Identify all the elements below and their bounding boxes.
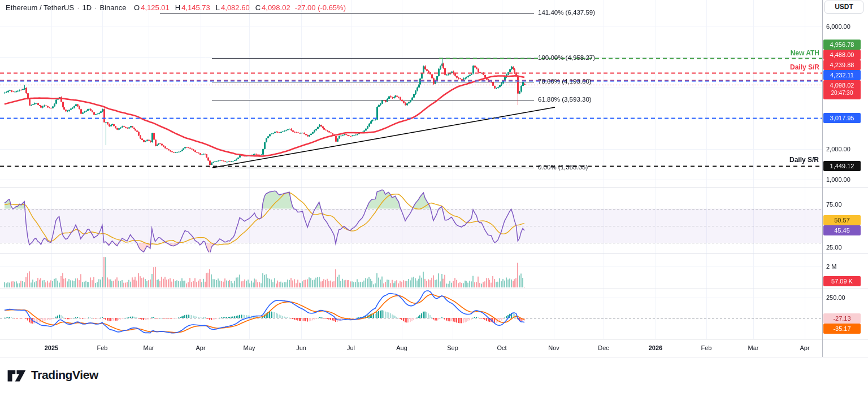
fib-level-label: 100.00% (4,958.27) — [538, 54, 595, 61]
countdown-timer: 20:47:30 — [823, 89, 861, 97]
price-level-badge: 4,488.00 — [823, 50, 861, 60]
time-axis-label: 2026 — [639, 344, 672, 351]
time-axis-label: Apr — [788, 344, 822, 351]
time-axis-scale[interactable]: 2025FebMarAprMayJunJulAugSepOctNovDec202… — [0, 339, 822, 357]
price-axis-tick: 1,000.00 — [826, 176, 850, 183]
ohlc-close-value: 4,098.02 — [262, 3, 290, 12]
time-axis-label: Jun — [284, 344, 318, 351]
price-axis-tick: 6,000.00 — [826, 23, 850, 30]
ohlc-high-label: H — [175, 3, 180, 12]
volume-value-badge: 57.09 K — [823, 276, 861, 286]
rsi-axis-tick: 75.00 — [826, 201, 842, 208]
macd-value-badge: -27.13 — [823, 313, 861, 324]
time-axis-label: Jul — [334, 344, 368, 351]
fib-level-label: 141.40% (6,437.59) — [538, 9, 595, 16]
price-axis-scale[interactable]: 6,000.002,000.001,000.0075.0025.002 M250… — [822, 0, 868, 357]
ohlc-close-label: C — [255, 3, 261, 12]
symbol-title[interactable]: Ethereum / TetherUS — [6, 3, 74, 12]
ohlc-high-value: 4,145.73 — [181, 3, 210, 12]
price-level-badge: 4,232.11 — [823, 70, 861, 80]
tradingview-logo-icon — [7, 368, 26, 382]
chart-window: Ethereum / TetherUS·1D·Binance O4,125.01… — [0, 0, 868, 393]
exchange-name[interactable]: Binance — [99, 3, 126, 12]
time-axis-label: Feb — [85, 344, 119, 351]
rsi-value-badge: 45.45 — [823, 225, 861, 235]
price-level-badge: 4,956.78 — [823, 40, 861, 50]
header-separator: · — [77, 3, 79, 12]
price-level-badge: 3,017.95 — [823, 113, 861, 123]
time-axis-label: Mar — [736, 344, 770, 351]
price-level-badge: 4,239.88 — [823, 60, 861, 70]
ohlc-open-label: O — [134, 3, 140, 12]
timeframe-selector[interactable]: 1D — [83, 3, 92, 12]
price-level-badge: 4,098.0220:47:30 — [823, 80, 861, 99]
fib-level-label: 78.60% (4,193.60) — [538, 78, 592, 85]
new-ath-label: New ATH — [791, 49, 819, 57]
fib-level-label: 61.80% (3,593.30) — [538, 96, 592, 103]
time-axis-label: Apr — [184, 344, 218, 351]
ohlc-open-value: 4,125.01 — [141, 3, 170, 12]
tradingview-logo-text: TradingView — [31, 368, 98, 382]
time-axis-label: Oct — [485, 344, 519, 351]
ohlc-low-value: 4,082.60 — [221, 3, 250, 12]
time-axis-label: May — [232, 344, 266, 351]
time-axis-label: Mar — [132, 344, 166, 351]
daily-sr-upper-label: Daily S/R — [790, 63, 819, 71]
ohlc-low-label: L — [216, 3, 220, 12]
time-axis-label: Sep — [436, 344, 470, 351]
currency-toggle-button[interactable]: USDT — [824, 1, 863, 14]
time-axis-label: Nov — [537, 344, 571, 351]
tradingview-logo[interactable]: TradingView — [7, 368, 98, 382]
daily-sr-lower-label: Daily S/R — [789, 156, 819, 164]
price-axis-tick: 2,000.00 — [826, 146, 850, 152]
macd-axis-tick: 250.00 — [826, 294, 845, 301]
fib-level-label: 0.00% (1,385.05) — [538, 164, 588, 171]
time-axis-label: 2025 — [34, 344, 68, 351]
volume-axis-tick: 2 M — [826, 263, 836, 270]
symbol-header: Ethereum / TetherUS·1D·Binance O4,125.01… — [6, 3, 346, 12]
macd-value-badge: -35.17 — [823, 324, 861, 334]
rsi-value-badge: 50.57 — [823, 215, 861, 225]
rsi-axis-tick: 25.00 — [826, 244, 842, 251]
time-axis-label: Aug — [385, 344, 419, 351]
time-axis-label: Dec — [587, 344, 620, 351]
main-chart-canvas[interactable] — [0, 0, 868, 361]
time-axis-label: Feb — [689, 344, 723, 351]
header-separator: · — [94, 3, 97, 12]
price-level-badge: 1,449.12 — [823, 161, 861, 171]
price-change: -27.00 (-0.65%) — [295, 3, 346, 12]
